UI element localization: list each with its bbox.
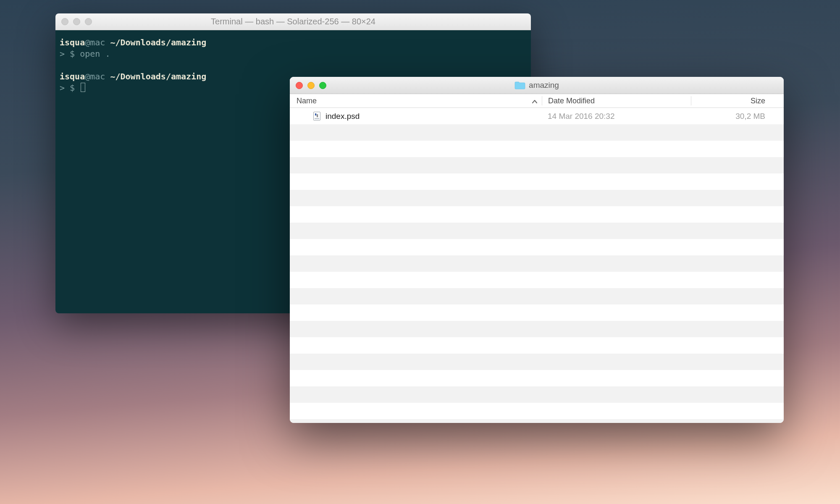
terminal-traffic-lights xyxy=(61,18,92,25)
column-size-label: Size xyxy=(751,97,765,105)
table-row xyxy=(290,223,784,239)
table-row xyxy=(290,157,784,173)
table-row xyxy=(290,239,784,255)
zoom-icon[interactable] xyxy=(85,18,92,25)
minimize-icon[interactable] xyxy=(307,82,315,89)
table-row xyxy=(290,206,784,223)
table-row xyxy=(290,354,784,370)
prompt-path: ~/Downloads/amazing xyxy=(110,71,206,81)
finder-title: amazing xyxy=(529,81,559,90)
table-row xyxy=(290,272,784,288)
terminal-line: > $ open . xyxy=(60,48,527,60)
close-icon[interactable] xyxy=(296,82,303,89)
table-row xyxy=(290,190,784,206)
table-row[interactable]: index.psd 14 Mar 2016 20:32 30,2 MB xyxy=(290,108,784,124)
column-header-name[interactable]: Name xyxy=(290,97,542,105)
table-row xyxy=(290,124,784,141)
table-row xyxy=(290,304,784,321)
prompt-command: open . xyxy=(80,49,110,59)
column-header-size[interactable]: Size xyxy=(691,97,784,105)
column-name-label: Name xyxy=(297,97,317,105)
table-row xyxy=(290,419,784,423)
terminal-titlebar[interactable]: Terminal — bash — Solarized-256 — 80×24 xyxy=(55,13,531,30)
prompt-symbol: > $ xyxy=(60,83,80,93)
cursor-icon xyxy=(81,83,85,92)
table-row xyxy=(290,386,784,403)
column-date-label: Date Modified xyxy=(548,97,595,105)
svg-rect-3 xyxy=(315,118,319,119)
column-header-date[interactable]: Date Modified xyxy=(542,97,691,105)
chevron-up-icon xyxy=(532,98,538,104)
table-row xyxy=(290,173,784,190)
prompt-host: @mac xyxy=(85,71,110,81)
prompt-user: isqua xyxy=(60,37,85,47)
file-date-cell: 14 Mar 2016 20:32 xyxy=(542,112,690,121)
table-row xyxy=(290,321,784,337)
file-name: index.psd xyxy=(326,112,360,121)
terminal-line: isqua@mac ~/Downloads/amazing xyxy=(60,37,527,48)
prompt-symbol: > $ xyxy=(60,49,80,59)
psd-file-icon xyxy=(313,112,320,121)
file-name-cell: index.psd xyxy=(290,112,542,121)
terminal-blank-line xyxy=(60,60,527,71)
finder-titlebar[interactable]: amazing xyxy=(290,77,784,94)
svg-rect-1 xyxy=(315,113,316,116)
finder-window: amazing Name Date Modified Size xyxy=(290,77,784,423)
close-icon[interactable] xyxy=(61,18,68,25)
finder-column-headers: Name Date Modified Size xyxy=(290,94,784,108)
prompt-user: isqua xyxy=(60,71,85,81)
finder-traffic-lights xyxy=(296,82,326,89)
minimize-icon[interactable] xyxy=(73,18,80,25)
table-row xyxy=(290,288,784,304)
zoom-icon[interactable] xyxy=(319,82,326,89)
file-size-cell: 30,2 MB xyxy=(690,112,784,121)
table-row xyxy=(290,255,784,272)
svg-rect-2 xyxy=(317,114,318,117)
finder-title-wrap: amazing xyxy=(290,81,784,90)
table-row xyxy=(290,403,784,419)
prompt-host: @mac xyxy=(85,37,110,47)
table-row xyxy=(290,337,784,354)
table-row xyxy=(290,141,784,157)
terminal-title: Terminal — bash — Solarized-256 — 80×24 xyxy=(55,17,531,26)
prompt-path: ~/Downloads/amazing xyxy=(110,37,206,47)
folder-icon xyxy=(514,81,525,89)
finder-file-list[interactable]: index.psd 14 Mar 2016 20:32 30,2 MB xyxy=(290,108,784,423)
table-row xyxy=(290,370,784,386)
